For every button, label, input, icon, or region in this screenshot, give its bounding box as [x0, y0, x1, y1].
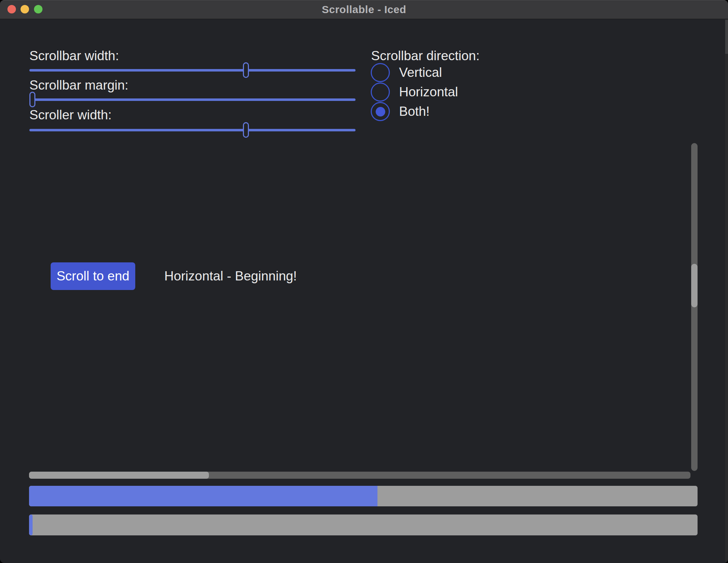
- scrollbar-width-label: Scrollbar width:: [29, 48, 119, 64]
- scroller-width-label: Scroller width:: [29, 107, 112, 123]
- slider-handle[interactable]: [243, 62, 249, 78]
- minimize-window-button[interactable]: [21, 5, 29, 13]
- radio-circle-icon[interactable]: [371, 102, 390, 121]
- vertical-scrollbar-track[interactable]: [691, 143, 698, 471]
- horizontal-status-text: Horizontal - Beginning!: [164, 262, 297, 290]
- progress-bar-horizontal: [29, 486, 698, 506]
- scrollbar-direction-label: Scrollbar direction:: [371, 48, 479, 64]
- scrollbar-width-slider[interactable]: [29, 62, 356, 78]
- slider-rail[interactable]: [29, 69, 356, 72]
- window-edge-scrollbar-track[interactable]: [725, 19, 728, 563]
- slider-handle[interactable]: [243, 122, 249, 138]
- close-window-button[interactable]: [7, 5, 16, 13]
- progress-bar-fill: [29, 486, 377, 506]
- slider-handle[interactable]: [29, 92, 35, 107]
- radio-circle-icon[interactable]: [371, 83, 390, 102]
- window-edge-scrollbar-thumb[interactable]: [725, 20, 728, 54]
- scrollbar-margin-slider[interactable]: [29, 92, 356, 107]
- radio-option-label: Horizontal: [399, 85, 458, 99]
- window-title: Scrollable - Iced: [0, 0, 728, 19]
- vertical-scrollbar-thumb[interactable]: [691, 264, 698, 307]
- progress-bar-fill: [29, 514, 33, 535]
- radio-option-both[interactable]: Both!: [371, 102, 430, 121]
- horizontal-scrollbar-thumb[interactable]: [29, 472, 209, 479]
- app-window: Scrollable - Iced Scrollbar width: Scrol…: [0, 0, 728, 563]
- progress-bar-vertical: [29, 514, 698, 535]
- scroll-to-end-button[interactable]: Scroll to end: [51, 262, 135, 290]
- radio-option-label: Vertical: [399, 65, 442, 80]
- horizontal-scrollbar-track[interactable]: [29, 472, 690, 479]
- radio-dot-icon: [376, 107, 385, 116]
- slider-rail[interactable]: [29, 129, 356, 131]
- slider-rail[interactable]: [29, 98, 356, 101]
- scrollbar-margin-label: Scrollbar margin:: [29, 78, 129, 93]
- scroller-width-slider[interactable]: [29, 122, 356, 138]
- radio-option-horizontal[interactable]: Horizontal: [371, 83, 458, 102]
- radio-option-label: Both!: [399, 104, 430, 119]
- radio-option-vertical[interactable]: Vertical: [371, 63, 442, 82]
- radio-circle-icon[interactable]: [371, 63, 390, 82]
- zoom-window-button[interactable]: [34, 5, 42, 13]
- titlebar: Scrollable - Iced: [0, 0, 728, 19]
